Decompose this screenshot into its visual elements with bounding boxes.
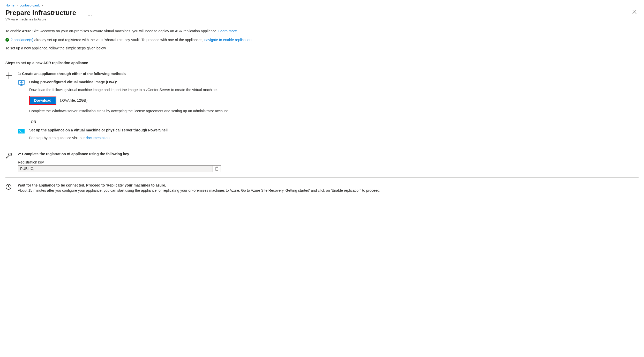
method-ova-desc: Download the following virtual machine i… <box>29 88 639 92</box>
breadcrumb: Home › contoso-vault › <box>5 3 639 7</box>
wait-desc: About 15 minutes after you configure you… <box>18 188 639 192</box>
copy-icon <box>215 167 219 171</box>
registration-key-input[interactable] <box>18 166 213 172</box>
method-ova-post: Complete the Windows server installation… <box>29 109 639 113</box>
powershell-icon <box>18 128 25 134</box>
copy-button[interactable] <box>213 166 221 172</box>
registration-key-label: Registration key <box>18 160 639 164</box>
breadcrumb-vault[interactable]: contoso-vault <box>20 3 40 7</box>
page-header: Prepare Infrastructure … VMware machines… <box>5 9 639 21</box>
learn-more-link[interactable]: Learn more <box>218 29 237 33</box>
monitor-download-icon <box>18 80 25 86</box>
documentation-link[interactable]: documentation <box>86 136 110 140</box>
method-ps-desc: For step-by-step guidance visit our docu… <box>29 136 639 140</box>
enable-replication-link[interactable]: navigate to enable replication <box>204 38 251 42</box>
svg-rect-1 <box>18 129 25 133</box>
chevron-right-icon: › <box>17 3 18 7</box>
wait-section: Wait for the appliance to be connected. … <box>5 183 639 192</box>
method-powershell: Set up the appliance on a virtual machin… <box>18 128 639 144</box>
method-ova-heading: Using pre-configured virtual machine ima… <box>29 80 639 84</box>
clock-icon <box>5 184 13 190</box>
status-text-end: . <box>251 38 252 42</box>
appliance-count-link[interactable]: 2 appliance(s) <box>11 38 33 42</box>
status-text-mid: already set up and registered with the v… <box>33 38 204 42</box>
step-2: 2: Complete the registration of applianc… <box>5 152 639 172</box>
close-icon[interactable] <box>630 9 639 15</box>
method-ps-heading: Set up the appliance on a virtual machin… <box>29 128 639 132</box>
chevron-right-icon: › <box>42 3 43 7</box>
wait-heading: Wait for the appliance to be connected. … <box>18 183 639 187</box>
status-line: 2 appliance(s) already set up and regist… <box>5 38 639 42</box>
more-actions-icon[interactable]: … <box>87 11 92 17</box>
svg-rect-4 <box>216 167 218 170</box>
plus-icon <box>5 72 13 79</box>
key-icon <box>5 152 13 159</box>
step-1-title: 1: Create an appliance through either of… <box>18 72 639 76</box>
download-button-highlight: Download <box>29 96 56 105</box>
breadcrumb-home[interactable]: Home <box>5 3 14 7</box>
success-check-icon <box>5 38 9 42</box>
step-2-title: 2: Complete the registration of applianc… <box>18 152 639 156</box>
step-1: 1: Create an appliance through either of… <box>5 72 639 147</box>
intro-text: To enable Azure Site Recovery on your on… <box>5 29 639 33</box>
divider <box>5 55 639 55</box>
page-subtitle: VMware machines to Azure <box>5 17 92 21</box>
divider <box>5 177 639 177</box>
page-title: Prepare Infrastructure <box>5 9 76 17</box>
download-button[interactable]: Download <box>30 97 56 104</box>
setup-instruction: To set up a new appliance, follow the si… <box>5 46 639 50</box>
svg-point-3 <box>10 154 11 154</box>
or-label: OR <box>31 120 639 124</box>
method-ova: Using pre-configured virtual machine ima… <box>18 80 639 117</box>
intro-section: To enable Azure Site Recovery on your on… <box>5 29 639 50</box>
steps-heading: Steps to set up a new ASR replication ap… <box>5 61 639 65</box>
download-file-hint: (.OVA file, 12GB) <box>60 98 87 102</box>
svg-point-2 <box>9 153 12 156</box>
registration-key-box <box>18 165 221 172</box>
